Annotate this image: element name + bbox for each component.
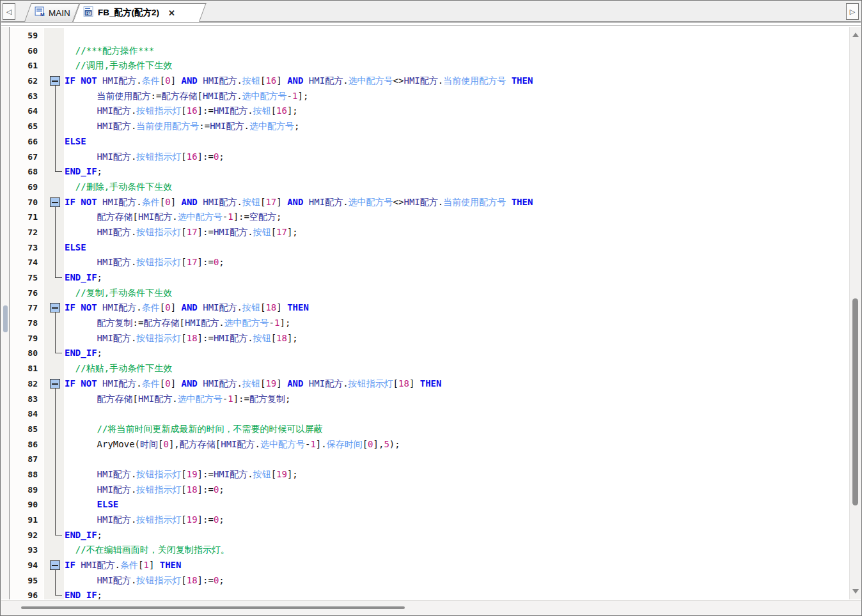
scroll-down-icon[interactable] [852, 589, 859, 594]
left-scrollbar[interactable] [1, 27, 10, 599]
code-line[interactable]: 75END_IF; [10, 270, 849, 286]
code-line[interactable]: 60 //***配方操作*** [10, 43, 849, 59]
horizontal-scrollbar[interactable] [1, 600, 861, 615]
code-line[interactable]: 74 HMI配方.按钮指示灯[17]:=0; [10, 255, 849, 270]
code-text[interactable]: HMI配方.按钮指示灯[19]:=HMI配方.按钮[19]; [65, 467, 298, 482]
code-line[interactable]: 81 //粘贴,手动条件下生效 [10, 361, 849, 376]
code-text[interactable]: IF NOT HMI配方.条件[0] AND HMI配方.按钮[18] THEN [65, 300, 309, 316]
code-line[interactable]: 84 [10, 406, 849, 422]
code-line[interactable]: 88 HMI配方.按钮指示灯[19]:=HMI配方.按钮[19]; [10, 467, 849, 482]
code-text[interactable]: //不在编辑画面时，关闭复制指示灯。 [65, 543, 230, 558]
code-line[interactable]: 90 ELSE [10, 497, 849, 512]
code-line[interactable]: 78 配方复制:=配方存储[HMI配方.选中配方号-1]; [10, 316, 849, 331]
code-line[interactable]: 62IF NOT HMI配方.条件[0] AND HMI配方.按钮[16] AN… [10, 73, 849, 89]
code-text[interactable]: END_IF; [65, 346, 102, 361]
code-text[interactable]: HMI配方.按钮指示灯[17]:=HMI配方.按钮[17]; [65, 225, 298, 240]
code-text[interactable]: HMI配方.按钮指示灯[18]:=0; [65, 482, 224, 498]
code-line[interactable]: 70IF NOT HMI配方.条件[0] AND HMI配方.按钮[17] AN… [10, 195, 849, 210]
horizontal-scrollbar-thumb[interactable] [21, 606, 405, 609]
code-text[interactable]: 当前使用配方:=配方存储[HMI配方.选中配方号-1]; [65, 89, 308, 104]
code-text[interactable]: HMI配方.按钮指示灯[17]:=0; [65, 255, 224, 270]
code-line[interactable]: 82IF NOT HMI配方.条件[0] AND HMI配方.按钮[19] AN… [10, 376, 849, 392]
code-line[interactable]: 85 //将当前时间更新成最新的时间，不需要的时候可以屏蔽 [10, 422, 849, 437]
code-line[interactable]: 63 当前使用配方:=配方存储[HMI配方.选中配方号-1]; [10, 89, 849, 104]
code-text[interactable]: AryMove(时间[0],配方存储[HMI配方.选中配方号-1].保存时间[0… [65, 437, 400, 452]
code-line[interactable]: 95 HMI配方.按钮指示灯[18]:=0; [10, 573, 849, 589]
code-line[interactable]: 64 HMI配方.按钮指示灯[16]:=HMI配方.按钮[16]; [10, 104, 849, 119]
code-line[interactable]: 66ELSE [10, 134, 849, 150]
code-text[interactable]: HMI配方.按钮指示灯[18]:=0; [65, 573, 224, 589]
fold-margin [44, 164, 64, 180]
code-line[interactable]: 65 HMI配方.当前使用配方号:=HMI配方.选中配方号; [10, 119, 849, 134]
code-line[interactable]: 86 AryMove(时间[0],配方存储[HMI配方.选中配方号-1].保存时… [10, 437, 849, 452]
code-text[interactable]: END_IF; [65, 588, 102, 599]
vertical-scrollbar-thumb[interactable] [852, 298, 858, 505]
code-line[interactable]: 69 //删除,手动条件下生效 [10, 180, 849, 195]
vertical-scrollbar[interactable] [849, 27, 861, 599]
code-text[interactable]: END_IF; [65, 270, 102, 286]
collapse-box-icon[interactable] [50, 197, 60, 207]
code-line[interactable]: 73ELSE [10, 240, 849, 256]
close-icon[interactable]: ✕ [168, 8, 175, 18]
code-line[interactable]: 83 配方存储[HMI配方.选中配方号-1]:=配方复制; [10, 392, 849, 407]
code-line[interactable]: 89 HMI配方.按钮指示灯[18]:=0; [10, 482, 849, 498]
code-text[interactable]: ELSE [65, 134, 86, 150]
collapse-box-icon[interactable] [50, 560, 60, 570]
tab-fb-recipe[interactable]: FB FB_配方(配方2) ✕ [73, 3, 207, 22]
code-line[interactable]: 71 配方存储[HMI配方.选中配方号-1]:=空配方; [10, 210, 849, 225]
code-text[interactable]: IF NOT HMI配方.条件[0] AND HMI配方.按钮[16] AND … [65, 73, 533, 89]
collapse-box-icon[interactable] [50, 76, 60, 86]
code-text[interactable]: HMI配方.按钮指示灯[16]:=0; [65, 150, 224, 165]
code-line[interactable]: 80END_IF; [10, 346, 849, 361]
code-line[interactable]: 61 //调用,手动条件下生效 [10, 58, 849, 73]
code-editor[interactable]: 5960 //***配方操作***61 //调用,手动条件下生效62IF NOT… [1, 27, 849, 599]
code-text[interactable]: HMI配方.按钮指示灯[18]:=HMI配方.按钮[18]; [65, 331, 298, 346]
code-line[interactable]: 91 HMI配方.按钮指示灯[19]:=0; [10, 512, 849, 528]
left-scrollbar-thumb[interactable] [3, 305, 8, 332]
code-line[interactable]: 87 [10, 452, 849, 467]
code-text[interactable]: IF HMI配方.条件[1] THEN [65, 558, 181, 573]
code-line[interactable]: 76 //复制,手动条件下生效 [10, 286, 849, 301]
code-text[interactable]: END_IF; [65, 164, 102, 180]
code-text[interactable]: END_IF; [65, 528, 102, 543]
fold-margin [44, 588, 64, 599]
code-text[interactable]: //复制,手动条件下生效 [65, 286, 172, 301]
code-text[interactable]: //粘贴,手动条件下生效 [65, 361, 172, 376]
line-number: 86 [10, 437, 43, 452]
line-number: 94 [10, 558, 43, 573]
scroll-up-icon[interactable] [852, 33, 859, 37]
code-line[interactable]: 92END_IF; [10, 528, 849, 543]
code-text[interactable]: 配方存储[HMI配方.选中配方号-1]:=配方复制; [65, 392, 290, 407]
code-text[interactable]: //删除,手动条件下生效 [65, 180, 172, 195]
code-line[interactable]: 93 //不在编辑画面时，关闭复制指示灯。 [10, 543, 849, 558]
code-text[interactable]: IF NOT HMI配方.条件[0] AND HMI配方.按钮[17] AND … [65, 195, 533, 210]
collapse-box-icon[interactable] [50, 379, 60, 389]
code-text[interactable]: 配方复制:=配方存储[HMI配方.选中配方号-1]; [65, 316, 290, 331]
fold-margin [44, 361, 64, 376]
code-line[interactable]: 59 [10, 28, 849, 43]
code-text[interactable]: HMI配方.按钮指示灯[16]:=HMI配方.按钮[16]; [65, 104, 298, 119]
code-line[interactable]: 72 HMI配方.按钮指示灯[17]:=HMI配方.按钮[17]; [10, 225, 849, 240]
tab-scroll-right-button[interactable]: ▷ [846, 3, 859, 20]
tab-scroll-left-button[interactable]: ◁ [3, 3, 15, 20]
code-text[interactable]: //调用,手动条件下生效 [65, 58, 172, 73]
code-line[interactable]: 77IF NOT HMI配方.条件[0] AND HMI配方.按钮[18] TH… [10, 300, 849, 316]
code-line[interactable]: 94IF HMI配方.条件[1] THEN [10, 558, 849, 573]
code-text[interactable]: ELSE [65, 240, 86, 256]
code-text[interactable]: //将当前时间更新成最新的时间，不需要的时候可以屏蔽 [65, 422, 322, 437]
code-text[interactable]: //***配方操作*** [65, 43, 154, 59]
code-text[interactable]: ELSE [65, 497, 118, 512]
collapse-box-icon[interactable] [50, 303, 60, 312]
code-line[interactable]: 96END_IF; [10, 588, 849, 599]
fold-margin [44, 225, 64, 240]
code-text[interactable]: HMI配方.按钮指示灯[19]:=0; [65, 512, 224, 528]
line-number: 83 [10, 392, 43, 407]
tab-main[interactable]: M MAIN [24, 3, 80, 22]
fold-margin [44, 240, 64, 256]
code-line[interactable]: 67 HMI配方.按钮指示灯[16]:=0; [10, 150, 849, 165]
code-line[interactable]: 79 HMI配方.按钮指示灯[18]:=HMI配方.按钮[18]; [10, 331, 849, 346]
code-text[interactable]: HMI配方.当前使用配方号:=HMI配方.选中配方号; [65, 119, 299, 134]
code-line[interactable]: 68END_IF; [10, 164, 849, 180]
code-text[interactable]: 配方存储[HMI配方.选中配方号-1]:=空配方; [65, 210, 281, 225]
code-text[interactable]: IF NOT HMI配方.条件[0] AND HMI配方.按钮[19] AND … [65, 376, 441, 392]
